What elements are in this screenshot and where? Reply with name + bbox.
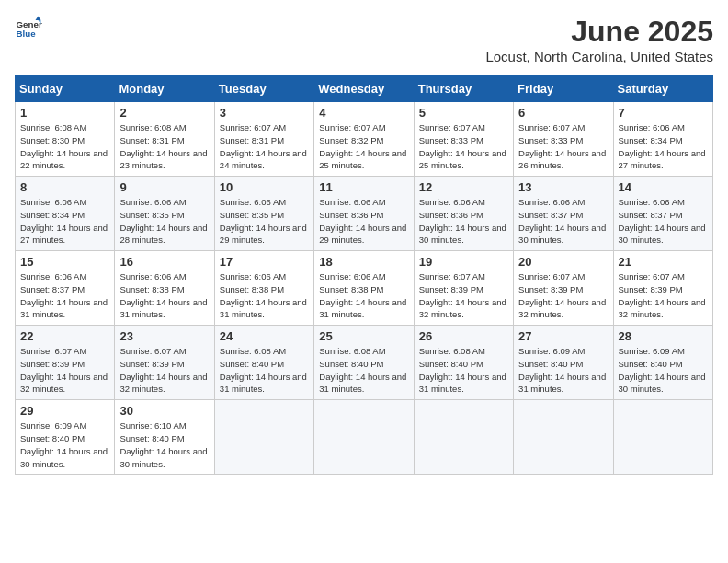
day-info: Sunrise: 6:07 AM Sunset: 8:39 PM Dayligh… [518, 270, 608, 321]
page-header: General Blue June 2025 Locust, North Car… [15, 15, 713, 64]
day-number: 26 [419, 329, 508, 343]
calendar-cell: 26 Sunrise: 6:08 AM Sunset: 8:40 PM Dayl… [414, 326, 513, 400]
day-info: Sunrise: 6:07 AM Sunset: 8:31 PM Dayligh… [220, 121, 309, 172]
day-info: Sunrise: 6:07 AM Sunset: 8:33 PM Dayligh… [419, 121, 508, 172]
logo-icon: General Blue [15, 15, 42, 42]
header-wednesday: Wednesday [314, 76, 414, 102]
day-info: Sunrise: 6:06 AM Sunset: 8:35 PM Dayligh… [220, 196, 309, 247]
svg-marker-2 [36, 17, 41, 21]
calendar-cell: 4 Sunrise: 6:07 AM Sunset: 8:32 PM Dayli… [314, 102, 414, 177]
day-info: Sunrise: 6:06 AM Sunset: 8:38 PM Dayligh… [220, 270, 309, 321]
day-info: Sunrise: 6:07 AM Sunset: 8:33 PM Dayligh… [518, 121, 608, 172]
calendar-cell: 12 Sunrise: 6:06 AM Sunset: 8:36 PM Dayl… [414, 177, 513, 251]
day-info: Sunrise: 6:06 AM Sunset: 8:38 PM Dayligh… [319, 270, 408, 321]
day-number: 20 [518, 255, 608, 269]
header-sunday: Sunday [16, 76, 115, 102]
calendar-cell [314, 400, 414, 475]
day-number: 2 [119, 106, 209, 120]
day-info: Sunrise: 6:06 AM Sunset: 8:35 PM Dayligh… [119, 196, 209, 247]
calendar-cell: 10 Sunrise: 6:06 AM Sunset: 8:35 PM Dayl… [214, 177, 313, 251]
day-info: Sunrise: 6:06 AM Sunset: 8:34 PM Dayligh… [20, 196, 109, 247]
calendar-row: 29 Sunrise: 6:09 AM Sunset: 8:40 PM Dayl… [16, 400, 713, 475]
day-number: 10 [220, 180, 309, 194]
svg-text:Blue: Blue [17, 29, 37, 39]
day-number: 30 [119, 404, 209, 418]
day-info: Sunrise: 6:08 AM Sunset: 8:40 PM Dayligh… [220, 345, 309, 396]
calendar-row: 1 Sunrise: 6:08 AM Sunset: 8:30 PM Dayli… [16, 102, 713, 177]
calendar-cell [613, 400, 712, 475]
day-number: 29 [20, 404, 109, 418]
calendar-cell: 13 Sunrise: 6:06 AM Sunset: 8:37 PM Dayl… [514, 177, 613, 251]
calendar-cell: 20 Sunrise: 6:07 AM Sunset: 8:39 PM Dayl… [514, 251, 613, 326]
calendar-cell: 27 Sunrise: 6:09 AM Sunset: 8:40 PM Dayl… [514, 326, 613, 400]
calendar-cell: 21 Sunrise: 6:07 AM Sunset: 8:39 PM Dayl… [613, 251, 712, 326]
calendar-cell: 17 Sunrise: 6:06 AM Sunset: 8:38 PM Dayl… [214, 251, 313, 326]
day-number: 7 [619, 106, 708, 120]
day-info: Sunrise: 6:06 AM Sunset: 8:37 PM Dayligh… [518, 196, 608, 247]
day-info: Sunrise: 6:09 AM Sunset: 8:40 PM Dayligh… [619, 345, 708, 396]
header-monday: Monday [115, 76, 214, 102]
calendar-cell: 22 Sunrise: 6:07 AM Sunset: 8:39 PM Dayl… [16, 326, 115, 400]
header-thursday: Thursday [414, 76, 513, 102]
logo: General Blue [15, 15, 42, 42]
day-info: Sunrise: 6:07 AM Sunset: 8:39 PM Dayligh… [119, 345, 209, 396]
calendar-cell: 1 Sunrise: 6:08 AM Sunset: 8:30 PM Dayli… [16, 102, 115, 177]
calendar-row: 8 Sunrise: 6:06 AM Sunset: 8:34 PM Dayli… [16, 177, 713, 251]
calendar-cell: 14 Sunrise: 6:06 AM Sunset: 8:37 PM Dayl… [613, 177, 712, 251]
calendar-cell: 6 Sunrise: 6:07 AM Sunset: 8:33 PM Dayli… [514, 102, 613, 177]
calendar-cell: 7 Sunrise: 6:06 AM Sunset: 8:34 PM Dayli… [613, 102, 712, 177]
day-info: Sunrise: 6:08 AM Sunset: 8:40 PM Dayligh… [319, 345, 408, 396]
calendar-cell [414, 400, 513, 475]
day-info: Sunrise: 6:09 AM Sunset: 8:40 PM Dayligh… [518, 345, 608, 396]
day-number: 19 [419, 255, 508, 269]
calendar-cell: 18 Sunrise: 6:06 AM Sunset: 8:38 PM Dayl… [314, 251, 414, 326]
weekday-header-row: Sunday Monday Tuesday Wednesday Thursday… [16, 76, 713, 102]
day-number: 11 [319, 180, 408, 194]
calendar-cell: 2 Sunrise: 6:08 AM Sunset: 8:31 PM Dayli… [115, 102, 214, 177]
day-number: 5 [419, 106, 508, 120]
calendar-cell: 5 Sunrise: 6:07 AM Sunset: 8:33 PM Dayli… [414, 102, 513, 177]
calendar-cell: 30 Sunrise: 6:10 AM Sunset: 8:40 PM Dayl… [115, 400, 214, 475]
day-info: Sunrise: 6:07 AM Sunset: 8:39 PM Dayligh… [419, 270, 508, 321]
day-number: 4 [319, 106, 408, 120]
day-info: Sunrise: 6:06 AM Sunset: 8:37 PM Dayligh… [20, 270, 109, 321]
calendar-cell [214, 400, 313, 475]
day-number: 15 [20, 255, 109, 269]
calendar-cell: 19 Sunrise: 6:07 AM Sunset: 8:39 PM Dayl… [414, 251, 513, 326]
day-number: 25 [319, 329, 408, 343]
day-number: 6 [518, 106, 608, 120]
day-info: Sunrise: 6:09 AM Sunset: 8:40 PM Dayligh… [20, 419, 109, 470]
calendar-row: 22 Sunrise: 6:07 AM Sunset: 8:39 PM Dayl… [16, 326, 713, 400]
day-number: 13 [518, 180, 608, 194]
day-number: 1 [20, 106, 109, 120]
day-number: 8 [20, 180, 109, 194]
calendar-title: June 2025 [485, 15, 713, 49]
day-number: 16 [119, 255, 209, 269]
day-number: 27 [518, 329, 608, 343]
header-tuesday: Tuesday [214, 76, 313, 102]
calendar-row: 15 Sunrise: 6:06 AM Sunset: 8:37 PM Dayl… [16, 251, 713, 326]
day-number: 21 [619, 255, 708, 269]
day-number: 22 [20, 329, 109, 343]
header-saturday: Saturday [613, 76, 712, 102]
day-number: 24 [220, 329, 309, 343]
day-info: Sunrise: 6:06 AM Sunset: 8:38 PM Dayligh… [119, 270, 209, 321]
calendar-cell: 16 Sunrise: 6:06 AM Sunset: 8:38 PM Dayl… [115, 251, 214, 326]
header-friday: Friday [514, 76, 613, 102]
calendar-cell: 9 Sunrise: 6:06 AM Sunset: 8:35 PM Dayli… [115, 177, 214, 251]
title-block: June 2025 Locust, North Carolina, United… [485, 15, 713, 64]
calendar-cell: 11 Sunrise: 6:06 AM Sunset: 8:36 PM Dayl… [314, 177, 414, 251]
day-info: Sunrise: 6:06 AM Sunset: 8:36 PM Dayligh… [419, 196, 508, 247]
calendar-cell: 23 Sunrise: 6:07 AM Sunset: 8:39 PM Dayl… [115, 326, 214, 400]
day-number: 3 [220, 106, 309, 120]
calendar-cell: 8 Sunrise: 6:06 AM Sunset: 8:34 PM Dayli… [16, 177, 115, 251]
day-number: 17 [220, 255, 309, 269]
calendar-cell: 29 Sunrise: 6:09 AM Sunset: 8:40 PM Dayl… [16, 400, 115, 475]
day-info: Sunrise: 6:07 AM Sunset: 8:39 PM Dayligh… [619, 270, 708, 321]
day-number: 14 [619, 180, 708, 194]
day-number: 18 [319, 255, 408, 269]
day-info: Sunrise: 6:06 AM Sunset: 8:37 PM Dayligh… [619, 196, 708, 247]
day-info: Sunrise: 6:10 AM Sunset: 8:40 PM Dayligh… [119, 419, 209, 470]
day-info: Sunrise: 6:07 AM Sunset: 8:39 PM Dayligh… [20, 345, 109, 396]
day-info: Sunrise: 6:06 AM Sunset: 8:36 PM Dayligh… [319, 196, 408, 247]
